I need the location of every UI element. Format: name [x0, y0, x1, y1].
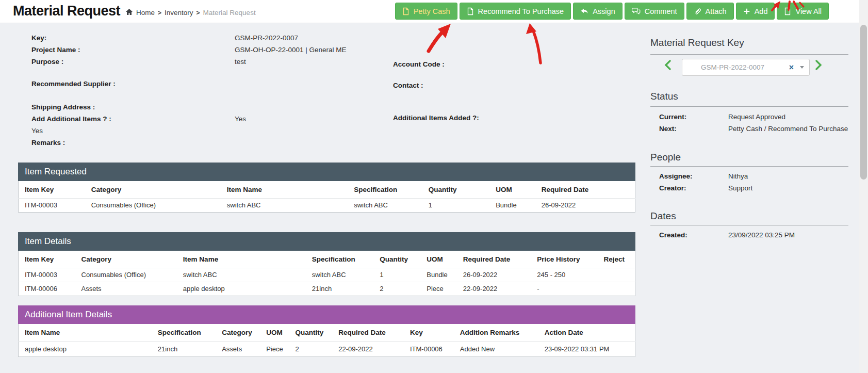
recommended-supplier-label: Recommended Supplier : — [31, 80, 116, 88]
table-row: ITM-00003 Consumables (Office) switch AB… — [19, 198, 635, 212]
table-row: apple desktop 21inch Assets Piece 2 22-0… — [19, 341, 635, 356]
cell-quantity: 2 — [289, 341, 333, 356]
cell-specification: switch ABC — [306, 268, 374, 282]
column-header: Required Date — [457, 251, 531, 268]
divider — [650, 54, 848, 55]
key-value: GSM-PR-2022-0007 — [235, 34, 298, 42]
column-header: Required Date — [535, 181, 635, 198]
caret-down-icon[interactable] — [800, 66, 804, 69]
column-header: Key — [404, 324, 454, 341]
next-status-value: Petty Cash / Recommend To Purchase — [728, 125, 848, 133]
breadcrumb-inventory[interactable]: Inventory — [165, 9, 193, 17]
cell-specification: switch ABC — [348, 198, 422, 212]
attach-button[interactable]: Attach — [686, 3, 734, 20]
creator-value: Support — [728, 184, 752, 192]
top-bar: Material Request Home > Inventory > Mate… — [0, 0, 868, 23]
column-header: Specification — [306, 251, 374, 268]
cell-uom: Piece — [260, 341, 289, 356]
material-request-key-heading: Material Request Key — [650, 37, 848, 48]
assignee-value: Nithya — [728, 172, 748, 180]
recommend-to-purchase-button[interactable]: Recommend To Purchase — [460, 3, 571, 20]
column-header: Reject — [597, 251, 635, 268]
material-request-page: { "header": { "title": "Material Request… — [0, 0, 868, 373]
cell-item-name: switch ABC — [221, 198, 348, 212]
scrollbar-thumb[interactable] — [860, 25, 867, 180]
add-button[interactable]: Add — [736, 3, 775, 20]
table-row: ITM-00006 Assets apple desktop 21inch 2 … — [19, 282, 635, 296]
cell-specification: 21inch — [152, 341, 216, 356]
column-header: Quantity — [422, 181, 489, 198]
additional-items-added-label: Additional Items Added ?: — [393, 114, 479, 122]
cell-item-name: switch ABC — [177, 268, 306, 282]
assign-button[interactable]: Assign — [573, 3, 623, 20]
comment-button[interactable]: Comment — [625, 3, 684, 20]
creator-label: Creator: — [659, 184, 686, 192]
chevron-left-icon[interactable] — [664, 60, 672, 72]
column-header: Required Date — [332, 324, 404, 341]
additional-item-details-title: Additional Item Details — [18, 305, 635, 324]
project-name-label: Project Name : — [31, 46, 80, 54]
plus-icon — [743, 8, 750, 15]
status-heading: Status — [650, 91, 848, 102]
additional-item-details-panel: Additional Item Details Item Name Specif… — [18, 305, 635, 357]
table-row: ITM-00003 Consumables (Office) switch AB… — [19, 268, 635, 282]
attach-label: Attach — [706, 7, 727, 15]
file-icon — [784, 7, 791, 15]
cell-category: Assets — [216, 341, 260, 356]
material-request-key-select[interactable]: GSM-PR-2022-0007 × — [682, 59, 810, 76]
paperclip-icon — [694, 7, 701, 15]
cell-item-name: apple desktop — [19, 341, 152, 356]
current-status-value: Request Approved — [728, 113, 785, 121]
breadcrumb-current: Material Request — [203, 9, 256, 17]
cell-item-key: ITM-00006 — [19, 282, 75, 296]
cell-item-key: ITM-00003 — [19, 198, 85, 212]
item-requested-table: Item Key Category Item Name Specificatio… — [18, 181, 635, 213]
contact-label: Contact : — [393, 82, 423, 89]
cell-required-date: 26-09-2022 — [457, 268, 531, 282]
additional-item-details-table: Item Name Specification Category UOM Qua… — [18, 324, 635, 357]
account-code-label: Account Code : — [393, 60, 445, 68]
column-header: Specification — [152, 324, 216, 341]
comment-icon — [632, 7, 641, 15]
comment-label: Comment — [645, 7, 677, 15]
column-header: Action Date — [538, 324, 635, 341]
shipping-address-label: Shipping Address : — [31, 103, 95, 111]
column-header: Category — [216, 324, 260, 341]
add-label: Add — [755, 7, 768, 15]
file-icon — [402, 7, 410, 15]
petty-cash-button[interactable]: Petty Cash — [395, 3, 457, 20]
column-header: Addition Remarks — [454, 324, 538, 341]
cell-quantity: 2 — [373, 282, 420, 296]
created-date-value: 23/09/2022 03:25 PM — [728, 231, 795, 239]
breadcrumb-home[interactable]: Home — [136, 9, 155, 17]
cell-quantity: 1 — [422, 198, 489, 212]
current-status-label: Current: — [659, 113, 686, 121]
people-heading: People — [650, 152, 848, 163]
clear-icon[interactable]: × — [789, 63, 794, 72]
column-header: Item Name — [177, 251, 306, 268]
chevron-right-icon[interactable] — [815, 60, 822, 72]
column-header: Quantity — [373, 251, 420, 268]
cell-uom: Bundle — [420, 268, 457, 282]
purpose-value: test — [235, 58, 246, 66]
item-details-table: Item Key Category Item Name Specificatio… — [18, 251, 635, 296]
cell-item-name: apple desktop — [177, 282, 306, 296]
item-details-panel: Item Details Item Key Category Item Name… — [18, 232, 635, 296]
divider — [650, 106, 848, 107]
table-header-row: Item Name Specification Category UOM Qua… — [19, 324, 635, 341]
column-header: Quantity — [289, 324, 333, 341]
page-title: Material Request — [13, 3, 120, 19]
file-icon — [467, 7, 474, 15]
view-all-button[interactable]: View All — [777, 3, 829, 20]
additional-items-extra-value: Yes — [31, 127, 43, 135]
add-additional-items-value: Yes — [235, 115, 246, 123]
action-toolbar: Petty Cash Recommend To Purchase Assign … — [395, 3, 829, 20]
project-name-value: GSM-OH-OP-22-0001 | General ME — [235, 46, 347, 54]
divider — [650, 225, 848, 225]
cell-uom: Bundle — [489, 198, 535, 212]
cell-price-history: 245 - 250 — [531, 268, 597, 282]
column-header: UOM — [260, 324, 289, 341]
created-date-label: Created: — [659, 231, 687, 239]
view-all-label: View All — [795, 7, 822, 15]
column-header: Specification — [348, 181, 422, 198]
